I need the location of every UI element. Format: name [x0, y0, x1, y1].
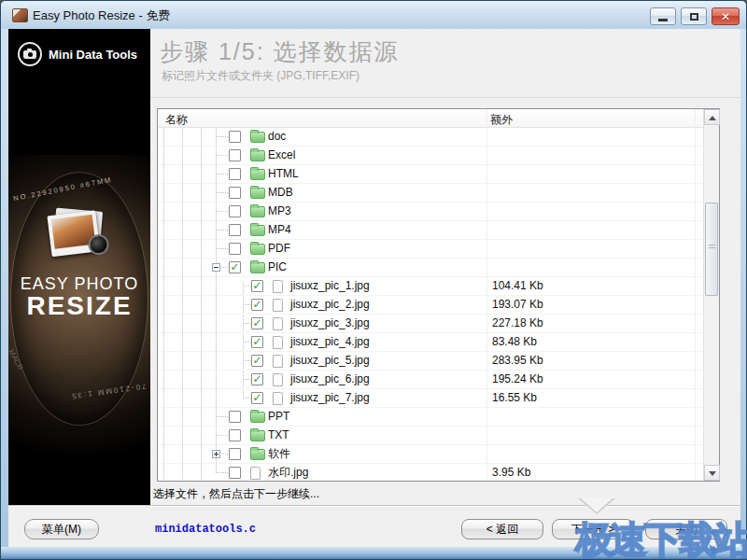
collapse-toggle-icon[interactable] — [212, 263, 220, 272]
checkmark-icon: ✓ — [252, 393, 262, 403]
file-tree-panel: 名称 额外 docExcelHTMLMDBMP3MP4PDF✓PIC✓jisux… — [157, 108, 720, 482]
checkbox[interactable]: ✓ — [251, 355, 263, 367]
folder-icon — [250, 150, 265, 161]
column-header-name: 名称 — [165, 112, 188, 128]
file-size: 83.48 Kb — [492, 333, 537, 351]
tree-column-header: 名称 额外 — [158, 109, 703, 128]
file-icon — [273, 392, 283, 405]
tree-row[interactable]: ✓jisuxz_pic_7.jpg16.55 Kb — [158, 389, 703, 408]
checkbox[interactable]: ✓ — [229, 261, 241, 273]
checkbox[interactable] — [229, 168, 241, 180]
next-button[interactable]: 下一步 > — [552, 519, 634, 539]
checkbox[interactable]: ✓ — [251, 280, 263, 292]
checkmark-icon: ✓ — [252, 300, 262, 310]
folder-icon — [250, 430, 265, 441]
title-bar[interactable]: Easy Photo Resize - 免费 ✕ — [1, 1, 746, 29]
tree-row[interactable]: Excel — [158, 147, 703, 165]
tree-row[interactable]: ✓jisuxz_pic_2.jpg193.07 Kb — [158, 296, 703, 315]
close-button[interactable]: ✕ — [712, 7, 740, 25]
checkmark-icon: ✓ — [252, 318, 262, 329]
brand-name: Mini Data Tools — [49, 48, 137, 62]
checkbox[interactable]: ✓ — [251, 373, 263, 385]
checkbox[interactable] — [229, 149, 241, 161]
minimize-button[interactable] — [650, 7, 676, 25]
checkbox[interactable] — [229, 187, 241, 199]
checkbox[interactable]: ✓ — [251, 317, 263, 329]
window-bottom-frame — [1, 547, 747, 560]
checkbox[interactable] — [229, 205, 241, 217]
checkbox[interactable] — [229, 411, 241, 423]
checkmark-icon: ✓ — [252, 374, 262, 385]
menu-button[interactable]: 菜单(M) — [24, 519, 99, 539]
tree-row[interactable]: 水印.jpg3.95 Kb — [158, 464, 703, 481]
tree-connector — [243, 379, 251, 380]
tree-connector — [243, 342, 251, 343]
file-icon — [250, 467, 261, 480]
tree-row[interactable]: TXT — [158, 427, 703, 445]
scroll-up-button[interactable] — [704, 109, 720, 125]
tree-item-label: jisuxz_pic_3.jpg — [290, 315, 370, 332]
tree-row[interactable]: MP4 — [158, 221, 703, 240]
tree-connector — [216, 174, 229, 175]
page-title: 步骤 1/5: 选择数据源 — [160, 36, 400, 67]
folder-icon — [250, 206, 265, 217]
maximize-button[interactable] — [681, 7, 707, 25]
checkbox[interactable]: ✓ — [251, 336, 263, 348]
tree-row[interactable]: MDB — [158, 184, 703, 203]
tree-row[interactable]: PPT — [158, 408, 703, 427]
pointer-notch-fill — [580, 497, 613, 512]
tree-row[interactable]: ✓PIC — [158, 259, 703, 277]
tree-connector — [243, 323, 251, 324]
file-icon — [273, 373, 283, 386]
website-link[interactable]: minidatatools.c — [155, 523, 256, 536]
checkbox[interactable]: ✓ — [251, 299, 263, 311]
scrollbar-thumb[interactable] — [705, 203, 718, 296]
checkbox[interactable]: ✓ — [251, 392, 263, 404]
file-size: 16.55 Kb — [492, 389, 537, 407]
tree-row[interactable]: ✓jisuxz_pic_1.jpg104.41 Kb — [158, 277, 703, 296]
tree-item-label: PPT — [268, 408, 289, 426]
tree-item-label: jisuxz_pic_6.jpg — [290, 371, 370, 388]
tree-row[interactable]: PDF — [158, 240, 703, 259]
tree-connector — [216, 248, 229, 249]
tree-item-label: MP3 — [268, 203, 291, 220]
folder-icon — [250, 449, 265, 460]
tree-connector — [216, 416, 229, 417]
tree-row[interactable]: ✓jisuxz_pic_6.jpg195.24 Kb — [158, 371, 703, 389]
checkbox[interactable] — [229, 429, 241, 441]
tree-row[interactable]: ✓jisuxz_pic_5.jpg283.95 Kb — [158, 352, 703, 371]
tree-row[interactable]: MP3 — [158, 203, 703, 221]
tree-row[interactable]: ✓jisuxz_pic_4.jpg83.48 Kb — [158, 333, 703, 352]
tree-item-label: HTML — [268, 165, 299, 183]
header-separator — [150, 97, 740, 98]
arrow-up-icon — [709, 116, 716, 120]
app-window: Easy Photo Resize - 免费 ✕ Mini Data Tools… — [0, 0, 747, 560]
tree-row[interactable]: 软件 — [158, 445, 703, 464]
close-wizard-button[interactable]: 关闭 — [645, 519, 727, 539]
checkbox[interactable] — [229, 448, 241, 460]
tree-row[interactable]: ✓jisuxz_pic_3.jpg227.18 Kb — [158, 315, 703, 333]
vertical-scrollbar[interactable] — [703, 109, 719, 481]
tree-row[interactable]: doc — [158, 128, 703, 147]
tree-connector — [216, 211, 229, 212]
checkmark-icon: ✓ — [252, 337, 262, 347]
tree-item-label: jisuxz_pic_2.jpg — [290, 296, 370, 314]
tree-connector — [216, 230, 229, 231]
tree-row[interactable]: HTML — [158, 165, 703, 184]
status-hint: 选择文件，然后点击下一步继续... — [153, 486, 319, 502]
tree-connector — [216, 136, 229, 137]
photo-stack-icon — [47, 210, 104, 259]
folder-icon — [250, 188, 265, 199]
tree-connector — [216, 192, 229, 193]
scroll-down-button[interactable] — [704, 465, 720, 481]
checkbox[interactable] — [229, 131, 241, 143]
checkbox[interactable] — [229, 243, 241, 255]
expand-toggle-icon[interactable] — [212, 450, 220, 458]
back-button[interactable]: < 返回 — [461, 519, 543, 539]
tree-item-label: 水印.jpg — [268, 464, 308, 481]
folder-icon — [250, 132, 265, 143]
tree-item-label: Excel — [268, 147, 295, 164]
file-icon — [273, 336, 283, 349]
checkbox[interactable] — [229, 467, 241, 479]
checkbox[interactable] — [229, 224, 241, 236]
